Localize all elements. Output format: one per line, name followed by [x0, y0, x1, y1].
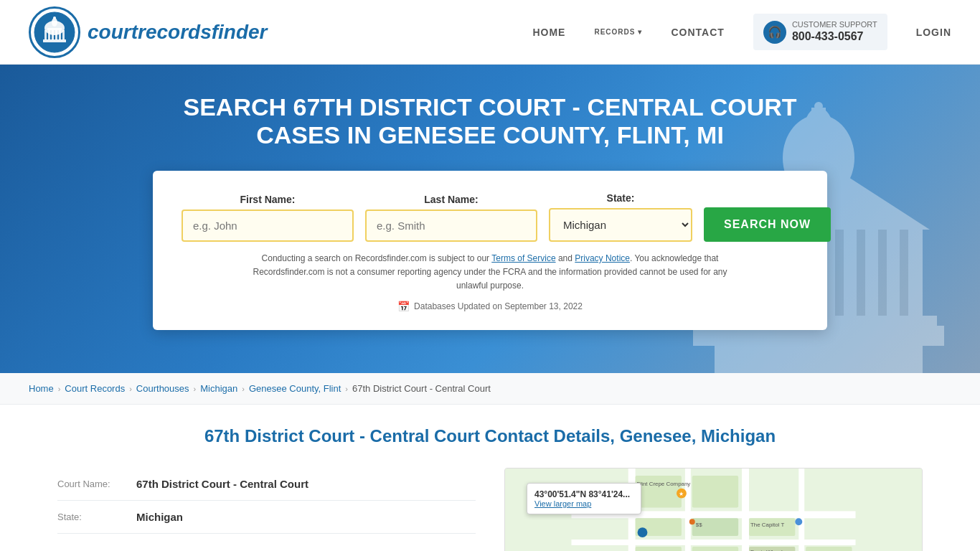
chevron-down-icon: ▾ — [638, 28, 642, 36]
svg-rect-35 — [742, 468, 749, 551]
first-name-input[interactable] — [182, 209, 354, 242]
svg-rect-24 — [878, 230, 887, 316]
svg-text:The Capitol T: The Capitol T — [750, 522, 784, 528]
svg-rect-25 — [900, 230, 908, 316]
last-name-group: Last Name: — [365, 194, 537, 242]
breadcrumb-genesee[interactable]: Genesee County, Flint — [249, 383, 341, 394]
logo-area[interactable]: courtrecordsfinder — [29, 6, 268, 58]
detail-row-name: Court Name: 67th District Court - Centra… — [57, 468, 476, 501]
svg-text:★: ★ — [679, 491, 684, 497]
court-name-label: Court Name: — [57, 479, 129, 489]
svg-rect-47 — [806, 547, 852, 551]
state-select[interactable]: Michigan AlabamaAlaskaArizonaArkansas Ca… — [549, 208, 692, 242]
svg-rect-36 — [798, 468, 804, 551]
site-header: courtrecordsfinder HOME RECORDS ▾ CONTAC… — [0, 0, 980, 65]
svg-point-55 — [795, 518, 802, 525]
svg-rect-38 — [692, 476, 738, 508]
details-table: Court Name: 67th District Court - Centra… — [57, 468, 476, 534]
svg-rect-31 — [572, 540, 856, 545]
svg-text:$$: $$ — [696, 522, 702, 528]
nav-home[interactable]: HOME — [532, 27, 565, 38]
first-name-group: First Name: — [182, 194, 354, 242]
support-text: CUSTOMER SUPPORT 800-433-0567 — [792, 19, 877, 44]
terms-link[interactable]: Terms of Service — [491, 253, 555, 263]
support-box: 🎧 CUSTOMER SUPPORT 800-433-0567 — [753, 14, 887, 50]
breadcrumb: Home › Court Records › Courthouses › Mic… — [0, 373, 980, 405]
logo-icon — [29, 6, 80, 58]
svg-rect-9 — [43, 39, 66, 42]
svg-rect-43 — [692, 547, 738, 551]
breadcrumb-court-records[interactable]: Court Records — [65, 383, 125, 394]
court-section-title: 67th District Court - Central Court Cont… — [57, 426, 923, 446]
svg-rect-2 — [47, 28, 62, 30]
svg-point-17 — [814, 102, 823, 110]
breadcrumb-sep-2: › — [129, 385, 132, 393]
breadcrumb-michigan[interactable]: Michigan — [200, 383, 237, 394]
state-group: State: Michigan AlabamaAlaskaArizonaArka… — [549, 192, 692, 242]
svg-point-58 — [689, 519, 695, 524]
view-larger-map-link[interactable]: View larger map — [534, 499, 591, 508]
svg-rect-3 — [44, 30, 47, 40]
court-name-value: 67th District Court - Central Court — [136, 478, 308, 490]
last-name-label: Last Name: — [365, 194, 537, 205]
svg-point-52 — [638, 527, 648, 537]
search-box: First Name: Last Name: State: Michigan A… — [153, 171, 827, 330]
headset-icon: 🎧 — [763, 21, 786, 44]
svg-point-11 — [53, 17, 56, 19]
map-background: Flint Crepe Company $$ ★ E 2nd St The Ca… — [505, 468, 922, 551]
db-updated: 📅 Databases Updated on September 13, 202… — [182, 301, 798, 312]
search-button[interactable]: SEARCH NOW — [704, 207, 831, 242]
breadcrumb-courthouses[interactable]: Courthouses — [136, 383, 189, 394]
disclaimer-text: Conducting a search on Recordsfinder.com… — [239, 252, 741, 293]
nav-contact[interactable]: CONTACT — [671, 27, 724, 38]
hero-section: SEARCH 67TH DISTRICT COURT - CENTRAL COU… — [0, 65, 980, 373]
search-fields: First Name: Last Name: State: Michigan A… — [182, 192, 798, 242]
privacy-link[interactable]: Privacy Notice — [575, 253, 630, 263]
state-label-detail: State: — [57, 512, 129, 522]
hero-title: SEARCH 67TH DISTRICT COURT - CENTRAL COU… — [167, 93, 813, 149]
content-grid: Court Name: 67th District Court - Centra… — [57, 468, 923, 551]
svg-rect-4 — [48, 30, 50, 40]
breadcrumb-sep-1: › — [58, 385, 61, 393]
detail-row-state: State: Michigan — [57, 501, 476, 534]
calendar-icon: 📅 — [397, 301, 410, 312]
svg-text:Flint Crepe Company: Flint Crepe Company — [637, 481, 691, 487]
svg-rect-6 — [55, 30, 57, 40]
breadcrumb-current: 67th District Court - Central Court — [352, 383, 491, 394]
map-coordinates: 43°00'51.4"N 83°41'24... — [534, 489, 633, 499]
svg-rect-28 — [693, 336, 944, 346]
state-value-detail: Michigan — [136, 511, 183, 523]
map-popup: 43°00'51.4"N 83°41'24... View larger map — [527, 483, 641, 514]
state-label: State: — [549, 192, 692, 204]
last-name-input[interactable] — [365, 209, 537, 242]
svg-rect-16 — [811, 108, 826, 129]
svg-rect-8 — [62, 30, 65, 40]
breadcrumb-sep-4: › — [242, 385, 245, 393]
svg-rect-5 — [52, 30, 54, 40]
main-content: 67th District Court - Central Court Cont… — [0, 405, 980, 551]
logo-text: courtrecordsfinder — [88, 21, 268, 44]
breadcrumb-sep-5: › — [345, 385, 348, 393]
breadcrumb-sep-3: › — [194, 385, 197, 393]
map-container[interactable]: Flint Crepe Company $$ ★ E 2nd St The Ca… — [504, 468, 923, 551]
main-nav: HOME RECORDS ▾ CONTACT 🎧 CUSTOMER SUPPOR… — [532, 14, 951, 50]
login-button[interactable]: LOGIN — [916, 27, 951, 38]
first-name-label: First Name: — [182, 194, 354, 205]
svg-rect-22 — [835, 230, 844, 316]
svg-rect-23 — [857, 230, 865, 316]
svg-rect-42 — [636, 547, 682, 551]
nav-records[interactable]: RECORDS ▾ — [594, 28, 642, 36]
breadcrumb-home[interactable]: Home — [29, 383, 54, 394]
svg-rect-7 — [59, 30, 61, 40]
